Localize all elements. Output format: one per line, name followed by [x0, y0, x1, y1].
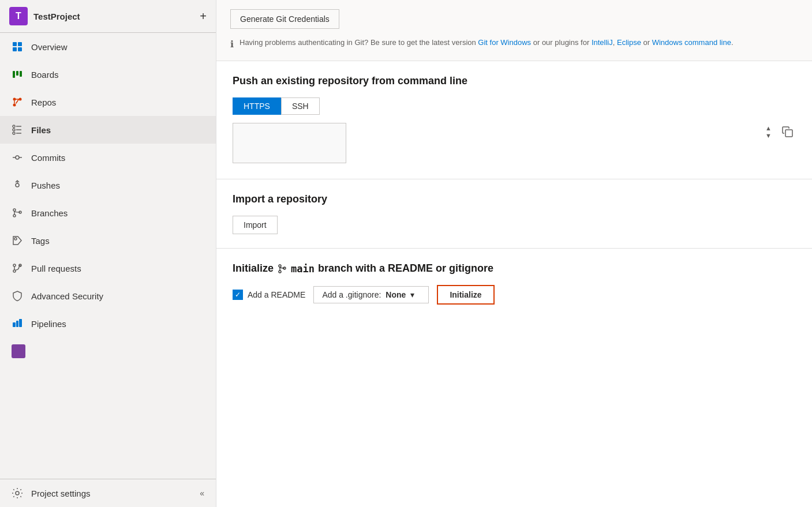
sidebar-item-pushes[interactable]: Pushes [0, 171, 216, 199]
add-readme-checkbox[interactable]: ✓ [233, 290, 243, 300]
init-controls: ✓ Add a README Add a .gitignore: None ▾ … [233, 285, 796, 305]
eclipse-link[interactable]: Eclipse [617, 38, 641, 47]
sidebar-item-label-branches: Branches [31, 208, 68, 218]
sidebar-item-label-boards: Boards [31, 70, 59, 80]
initialize-button[interactable]: Initialize [437, 285, 494, 305]
settings-icon [12, 487, 23, 499]
svg-rect-35 [19, 319, 22, 327]
svg-line-12 [16, 99, 19, 104]
overview-icon [12, 41, 23, 52]
svg-rect-34 [16, 321, 18, 327]
init-section-title: Initialize main branch with a README or … [233, 262, 796, 275]
gitignore-select[interactable]: Add a .gitignore: None ▾ [313, 286, 429, 303]
add-readme-label: Add a README [248, 290, 305, 299]
windows-command-line-link[interactable]: Windows command line [652, 38, 731, 47]
svg-point-36 [16, 491, 19, 495]
svg-rect-4 [13, 71, 15, 78]
main-content: Generate Git Credentials ℹ Having proble… [216, 0, 812, 507]
sidebar-item-pull-requests[interactable]: Pull requests [0, 254, 216, 282]
info-icon: ℹ [230, 37, 234, 51]
gitignore-label: Add a .gitignore: [322, 290, 381, 299]
git-for-windows-link[interactable]: Git for Windows [478, 38, 531, 47]
svg-rect-0 [13, 42, 17, 46]
push-section-title: Push an existing repository from command… [233, 75, 796, 87]
sidebar-item-label-repos: Repos [31, 97, 56, 107]
svg-point-19 [16, 156, 19, 159]
sidebar-header: T TestProject + [0, 0, 216, 32]
svg-rect-33 [13, 322, 16, 327]
sidebar-bottom: Project settings « [0, 479, 216, 507]
svg-rect-1 [18, 42, 22, 46]
gitignore-chevron-icon: ▾ [410, 290, 414, 299]
protocol-tabs: HTTPS SSH [233, 97, 796, 115]
commits-icon [12, 152, 23, 163]
sidebar-item-tags[interactable]: Tags [0, 227, 216, 254]
svg-point-29 [13, 264, 16, 266]
svg-point-38 [279, 265, 281, 267]
pushes-icon [12, 179, 23, 191]
security-icon [12, 290, 23, 302]
sidebar: T TestProject + Overview Boards [0, 0, 216, 507]
import-button[interactable]: Import [233, 216, 278, 234]
add-readme-checkbox-label[interactable]: ✓ Add a README [233, 290, 305, 300]
collapse-icon[interactable]: « [200, 489, 204, 498]
ssh-tab[interactable]: SSH [281, 97, 320, 115]
push-section: Push an existing repository from command… [216, 61, 812, 179]
sidebar-item-label-pushes: Pushes [31, 181, 60, 190]
project-name: TestProject [33, 12, 80, 21]
import-section-title: Import a repository [233, 193, 796, 205]
svg-point-28 [14, 238, 17, 240]
generate-git-credentials-button[interactable]: Generate Git Credentials [230, 9, 339, 29]
svg-rect-3 [18, 47, 22, 51]
repos-icon [12, 96, 23, 108]
svg-point-22 [16, 183, 19, 187]
svg-rect-37 [785, 130, 792, 137]
scroll-up-arrow[interactable]: ▲ [765, 125, 772, 132]
sidebar-item-label-commits: Commits [31, 153, 65, 163]
svg-point-8 [13, 104, 16, 107]
add-project-button[interactable]: + [200, 10, 207, 23]
sidebar-item-label-files: Files [31, 125, 51, 135]
sidebar-item-files[interactable]: Files [0, 116, 216, 144]
sidebar-item-label-pipelines: Pipelines [31, 319, 66, 329]
sidebar-item-branches[interactable]: Branches [0, 199, 216, 227]
files-icon [12, 124, 23, 136]
generate-git-credentials-section: Generate Git Credentials ℹ Having proble… [216, 0, 812, 61]
svg-point-25 [13, 215, 16, 217]
sidebar-item-label-overview: Overview [31, 42, 68, 52]
git-info-text: Having problems authenticating in Git? B… [240, 37, 734, 48]
sidebar-item-project-settings[interactable]: Project settings « [0, 479, 216, 507]
svg-point-13 [13, 129, 15, 131]
sidebar-item-label-pull-requests: Pull requests [31, 264, 81, 273]
import-section: Import a repository Import [216, 179, 812, 249]
sidebar-item-boards[interactable]: Boards [0, 61, 216, 88]
sidebar-item-advanced-security[interactable]: Advanced Security [0, 282, 216, 310]
sidebar-item-label-tags: Tags [31, 236, 50, 246]
code-area-wrapper: ▲ ▼ [233, 123, 796, 165]
boards-icon [12, 69, 23, 80]
svg-rect-5 [16, 71, 18, 76]
svg-rect-2 [13, 47, 17, 51]
tags-icon [12, 235, 23, 246]
sidebar-item-label-advanced-security: Advanced Security [31, 291, 103, 301]
svg-rect-6 [20, 71, 22, 77]
pullreqs-icon [12, 262, 23, 274]
sidebar-item-overview[interactable]: Overview [0, 33, 216, 61]
svg-point-24 [13, 209, 16, 211]
project-settings-label: Project settings [31, 489, 91, 498]
https-tab[interactable]: HTTPS [233, 97, 281, 115]
svg-point-15 [13, 132, 15, 134]
sidebar-item-commits[interactable]: Commits [0, 144, 216, 171]
init-section: Initialize main branch with a README or … [216, 249, 812, 318]
sidebar-item-repos[interactable]: Repos [0, 88, 216, 116]
svg-point-39 [279, 271, 281, 273]
sidebar-item-pipelines[interactable]: Pipelines [0, 310, 216, 337]
copy-code-button[interactable] [779, 123, 796, 143]
svg-point-14 [13, 125, 15, 127]
git-info-bar: ℹ Having problems authenticating in Git?… [230, 37, 798, 51]
pipelines-icon [12, 318, 23, 329]
push-code-area[interactable] [233, 123, 346, 163]
intellij-link[interactable]: IntelliJ [592, 38, 613, 47]
svg-point-30 [13, 270, 16, 272]
scroll-down-arrow[interactable]: ▼ [765, 133, 772, 139]
